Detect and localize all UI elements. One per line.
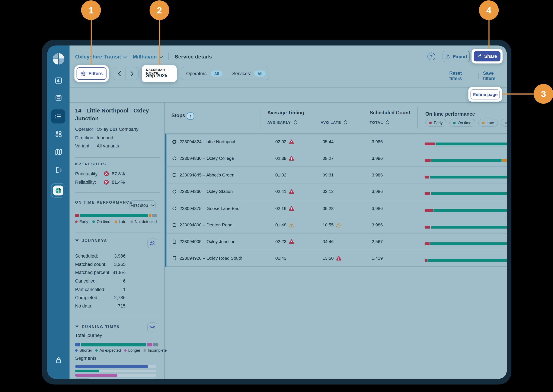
table-row[interactable]: 223094920 – Oxley Road South01:4313:501,… [165,250,507,267]
save-filters-link[interactable]: Save filters [483,71,507,81]
avg-early-value: 01:43 [262,256,287,260]
legend-item: Shorter [75,348,92,352]
running-times-section-header[interactable]: RUNNING TIMES [75,325,120,329]
avg-early-value: 02:16 [262,206,287,211]
prev-month-button[interactable] [113,67,126,80]
stops-table-body: 223094824 - Little Northpool02:0205:443,… [165,133,507,267]
nav-map-icon[interactable] [54,148,63,156]
stat-label: Part cancelled: [75,287,105,295]
org-selector[interactable]: Oxleyshire Transit [75,53,121,59]
legend-label: Not detected [135,219,157,224]
stop-name: 223094860 – Oxley Station [180,189,233,194]
avg-late-label: AVG LATE [321,120,341,124]
running-times-view-button[interactable] [147,322,157,332]
nav-vehicles-icon[interactable] [54,94,63,103]
bar-segment [430,176,507,179]
segments-label: Segments [75,356,97,361]
region-selector[interactable]: Millhaven [133,53,157,59]
kpi-value: 81.4% [112,179,125,185]
otp-chip-late[interactable]: Late [478,119,498,126]
segment-track [75,374,156,377]
table-row[interactable]: 223094824 - Little Northpool02:0205:443,… [165,134,507,150]
services-label: Services: [232,71,251,76]
bar-segment [427,259,507,262]
calendar-month-picker[interactable]: CALENDAR MONTH Sep 2025 [142,65,177,82]
filters-button[interactable]: Filters [76,67,107,80]
app-switcher-button[interactable] [51,183,65,198]
legend-dot-icon [95,349,98,352]
legend-dot-icon [505,121,507,124]
stop-name: 223094905 – Oxley Junction [180,239,235,244]
next-month-button[interactable] [126,67,138,80]
bar-segment [75,343,80,346]
table-row[interactable]: 223094860 – Oxley Station02:4102:123,986 [165,183,507,200]
operators-all-chip[interactable]: All [211,71,222,77]
avg-late-column-header[interactable]: AVG LATE [321,120,347,124]
nav-analytics-icon[interactable] [54,77,63,85]
services-all-chip[interactable]: All [254,71,266,77]
bar-segment [425,259,427,262]
bar-segment [431,225,507,228]
lock-icon[interactable] [54,356,63,364]
divider [169,52,169,60]
stop-name: 223094875 – Goose Lane End [180,206,240,211]
warning-icon [289,156,294,161]
collapse-triangle-icon [75,239,79,242]
nav-services-selected[interactable] [51,109,65,123]
warning-icon [336,256,341,260]
share-label: Share [484,54,497,59]
running-times-legend: ShorterAs expectedLongerIncomplete [75,348,167,352]
journeys-view-button[interactable] [147,238,157,248]
otp-chip-on-time[interactable]: On time [449,119,475,126]
nav-shapes-icon[interactable] [54,130,63,138]
chevron-down-icon[interactable] [124,54,127,60]
legend-label: Late [119,219,126,224]
kpi-fail-icon [104,179,109,185]
link-nodes-icon [149,325,155,329]
stat-label: Scheduled: [75,253,98,262]
refine-page-button[interactable]: Refine page [470,89,500,99]
otp-row-bar [425,143,507,145]
otp-row-bar [425,159,507,162]
avg-early-column-header[interactable]: AVG EARLY [267,120,297,124]
table-row[interactable]: 223094890 – Denton Road01:4810:553,986 [165,217,507,233]
table-row[interactable]: 223094905 – Oxley Junction02:2304:462,56… [165,233,507,250]
stop-type-icon [172,189,177,194]
divider [365,106,365,128]
table-row[interactable]: 223094830 – Oxley College02:3808:273,986 [165,150,507,167]
filters-highlight-box: Filters [75,65,109,82]
reset-filters-link[interactable]: Reset filters [449,71,475,81]
refine-page-highlight-box: Refine page [468,87,502,102]
otp-stop-dropdown[interactable]: First stop [130,200,156,210]
callout-2-stem [159,19,160,65]
callout-3-stem [502,93,534,94]
total-value: 3,986 [372,189,383,194]
otp-row-bar [425,209,507,212]
kpi-value: 87.8% [112,171,125,176]
bar-segment [436,143,507,145]
journeys-section-header[interactable]: JOURNEYS [75,238,107,243]
segment-track [75,365,156,368]
sort-updown-icon [294,120,297,124]
stop-type-icon [172,173,177,178]
otp-group-header: On time performance [425,111,475,117]
share-button[interactable]: Share [474,51,500,62]
chip-label: On time [458,120,471,125]
avg-late-value: 02:12 [309,189,334,194]
total-column-header[interactable]: TOTAL [370,120,389,124]
stops-sort-button[interactable]: ↑ [187,112,194,119]
bar-segment [425,192,430,195]
export-button[interactable]: Export [443,51,470,62]
table-row[interactable]: 223094875 – Goose Lane End02:1609:283,98… [165,200,507,217]
otp-chip-not-detected[interactable]: Not detected [501,119,507,126]
stop-name: 223094845 – Abbot’s Green [180,173,234,178]
table-row[interactable]: 223094845 – Abbot’s Green01:3209:313,986 [165,167,507,183]
otp-chip-early[interactable]: Early [425,119,447,126]
kpi-row: Reliability:81.4% [75,179,125,185]
stat-value: 1 [123,287,126,295]
help-button[interactable]: ? [428,52,435,60]
legend-item: Not detected [131,219,157,224]
logout-icon[interactable] [54,166,63,174]
refine-page-label: Refine page [473,92,498,97]
stop-type-icon [172,206,177,211]
